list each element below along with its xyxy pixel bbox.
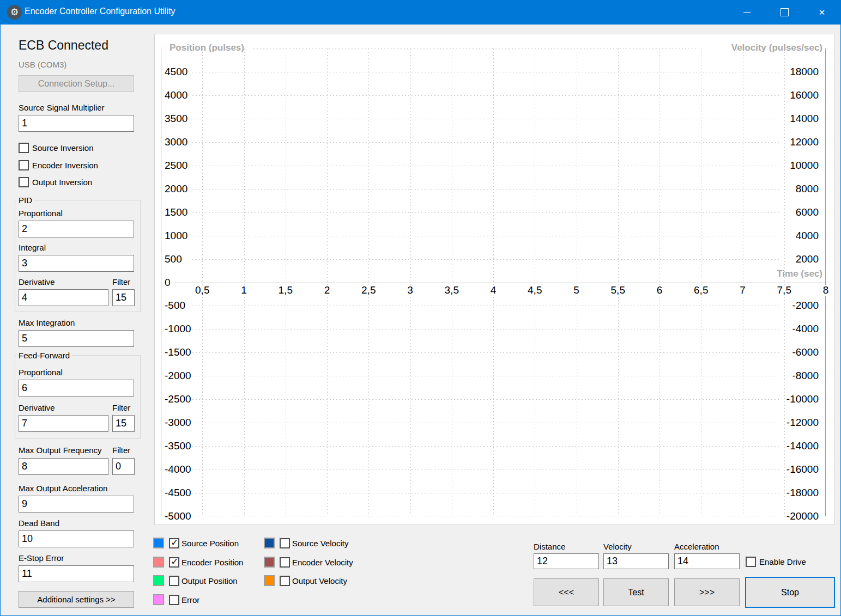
left-axis-line bbox=[161, 48, 161, 516]
legend-item: Error bbox=[153, 594, 199, 605]
velocity-input[interactable] bbox=[603, 553, 669, 569]
mof-filter-input[interactable] bbox=[112, 458, 135, 475]
gridline-horizontal bbox=[192, 142, 781, 143]
series-visibility-checkbox[interactable] bbox=[280, 538, 290, 548]
right-y-tick-label: 14000 bbox=[790, 113, 819, 124]
chart-panel: Position (pulses) Velocity (pulses/sec) … bbox=[154, 34, 834, 525]
close-icon: ✕ bbox=[819, 8, 826, 16]
series-color-swatch bbox=[153, 594, 164, 605]
output-inversion-checkbox[interactable]: Output Inversion bbox=[19, 176, 92, 187]
x-tick-label: 5,5 bbox=[609, 285, 627, 296]
pid-integral-input[interactable] bbox=[19, 255, 134, 272]
e-stop-error-input[interactable] bbox=[19, 565, 134, 582]
legend-label: Error bbox=[181, 595, 199, 605]
x-tick-label: 4 bbox=[489, 285, 498, 296]
feed-forward-group-title: Feed-Forward bbox=[16, 351, 72, 360]
checkbox-box[interactable] bbox=[19, 177, 29, 187]
ff-filter-input[interactable] bbox=[112, 415, 135, 432]
plot-area: Position (pulses) Velocity (pulses/sec) … bbox=[161, 48, 826, 516]
left-y-tick-label: -1000 bbox=[165, 324, 191, 334]
distance-input[interactable] bbox=[534, 553, 599, 569]
gridline-horizontal bbox=[192, 376, 781, 376]
checkbox-box[interactable] bbox=[19, 143, 29, 153]
right-y-tick-label: -14000 bbox=[786, 441, 819, 452]
ff-proportional-input[interactable] bbox=[19, 380, 134, 397]
gridline-horizontal bbox=[192, 469, 781, 470]
left-y-tick-label: -1500 bbox=[165, 347, 191, 358]
gridline-horizontal bbox=[192, 189, 781, 190]
gridline-horizontal bbox=[192, 212, 781, 213]
pid-integral-label: Integral bbox=[19, 243, 46, 252]
pid-proportional-input[interactable] bbox=[19, 221, 134, 237]
left-y-tick-label: -2500 bbox=[165, 394, 191, 405]
left-y-tick-label: -500 bbox=[165, 300, 185, 311]
acceleration-input[interactable] bbox=[674, 553, 740, 569]
checkbox-box[interactable] bbox=[746, 557, 756, 567]
left-y-tick-label: -4500 bbox=[165, 487, 191, 498]
right-y-tick-label: -6000 bbox=[792, 347, 819, 358]
right-y-tick-label: 2000 bbox=[796, 254, 819, 265]
minimize-button[interactable] bbox=[730, 0, 764, 25]
close-button[interactable]: ✕ bbox=[805, 0, 839, 25]
max-output-frequency-input[interactable] bbox=[19, 458, 108, 475]
enable-drive-checkbox[interactable]: Enable Drive bbox=[746, 556, 806, 567]
connection-setup-button[interactable]: Connection Setup... bbox=[19, 75, 134, 92]
gridline-horizontal bbox=[192, 399, 781, 400]
pid-filter-input[interactable] bbox=[112, 289, 135, 306]
series-visibility-checkbox[interactable] bbox=[169, 595, 179, 605]
legend-item: Source Velocity bbox=[264, 538, 348, 548]
title-bar: ⚙ Encoder Controller Configuration Utili… bbox=[1, 0, 840, 25]
legend-label: Encoder Position bbox=[181, 558, 243, 567]
gridline-horizontal bbox=[192, 72, 781, 72]
left-y-tick-label: -3000 bbox=[165, 417, 191, 428]
gridline-horizontal bbox=[192, 423, 781, 423]
x-tick-label: 1 bbox=[239, 285, 249, 296]
maximize-button[interactable] bbox=[767, 0, 801, 25]
stop-button[interactable]: Stop bbox=[745, 577, 835, 608]
jog-forward-button[interactable]: >>> bbox=[674, 578, 740, 606]
checkmark-icon: ✓ bbox=[171, 556, 179, 568]
test-button[interactable]: Test bbox=[603, 578, 669, 606]
pid-derivative-input[interactable] bbox=[19, 289, 108, 306]
source-inversion-checkbox[interactable]: Source Inversion bbox=[19, 142, 94, 153]
ff-derivative-label: Derivative bbox=[19, 403, 55, 412]
legend-label: Source Position bbox=[181, 539, 239, 548]
x-tick-label: 7 bbox=[738, 285, 747, 296]
left-y-tick-label: 1000 bbox=[165, 230, 187, 241]
right-y-tick-label: -10000 bbox=[786, 394, 819, 405]
jog-reverse-button[interactable]: <<< bbox=[534, 578, 599, 606]
source-signal-multiplier-input[interactable] bbox=[19, 115, 134, 132]
left-y-tick-label: 4500 bbox=[165, 66, 187, 77]
x-tick-label: 6 bbox=[655, 285, 664, 296]
max-integration-input[interactable] bbox=[19, 330, 134, 347]
max-output-acceleration-input[interactable] bbox=[19, 496, 134, 513]
right-axis-title: Velocity (pulses/sec) bbox=[731, 42, 822, 53]
dead-band-input[interactable] bbox=[19, 530, 134, 547]
legend-item: Output Position bbox=[153, 575, 238, 586]
x-tick-label: 1,5 bbox=[277, 285, 294, 296]
encoder-inversion-checkbox[interactable]: Encoder Inversion bbox=[19, 160, 98, 170]
gridline-horizontal bbox=[192, 166, 781, 166]
series-color-swatch bbox=[264, 575, 275, 586]
left-y-tick-label: 2500 bbox=[165, 160, 187, 171]
series-visibility-checkbox[interactable] bbox=[280, 557, 290, 568]
checkbox-label: Encoder Inversion bbox=[32, 161, 98, 170]
gear-icon: ⚙ bbox=[7, 5, 22, 20]
max-integration-label: Max Integration bbox=[19, 318, 75, 327]
series-color-swatch bbox=[264, 557, 275, 568]
gridline-horizontal bbox=[192, 493, 781, 493]
series-visibility-checkbox[interactable] bbox=[169, 576, 179, 586]
series-visibility-checkbox[interactable]: ✓ bbox=[169, 557, 179, 568]
additional-settings-button[interactable]: Additional settings >> bbox=[19, 591, 134, 608]
gridline-horizontal bbox=[192, 95, 781, 96]
series-visibility-checkbox[interactable]: ✓ bbox=[169, 538, 179, 548]
series-visibility-checkbox[interactable] bbox=[280, 576, 290, 586]
series-legend: ✓Source Position✓Encoder PositionOutput … bbox=[153, 538, 415, 608]
legend-item: ✓Source Position bbox=[153, 538, 239, 548]
checkbox-box[interactable] bbox=[19, 160, 29, 170]
left-axis-title: Position (pulses) bbox=[170, 42, 244, 53]
series-color-swatch bbox=[264, 538, 275, 548]
pid-derivative-label: Derivative bbox=[19, 277, 55, 286]
ff-derivative-input[interactable] bbox=[19, 415, 108, 432]
pid-proportional-label: Proportional bbox=[19, 209, 63, 218]
